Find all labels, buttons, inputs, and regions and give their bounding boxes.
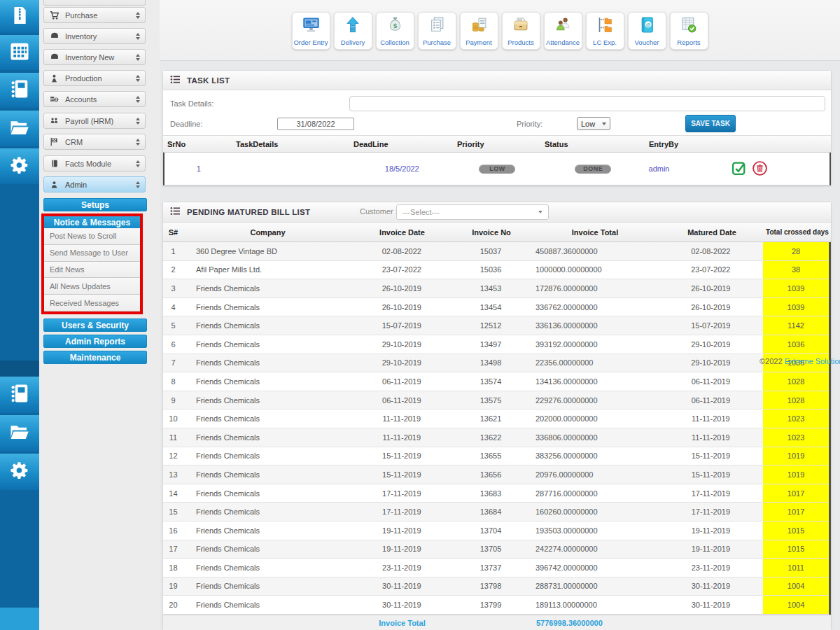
quick-access-toolbar: Order Entry Delivery $ Collection Purcha…: [160, 0, 840, 61]
notice-messages-header[interactable]: Notice & Messages: [44, 216, 140, 228]
people-icon: [49, 116, 59, 126]
cell-invoice-total: 134136.00000000: [530, 372, 659, 391]
nav-item-accounts[interactable]: $ Accounts: [43, 91, 146, 107]
menu-item-post-news-to-scroll[interactable]: Post News to Scroll: [44, 228, 140, 245]
menu-item-all-news-updates[interactable]: All News Updates: [44, 278, 140, 295]
rail-document-button[interactable]: [0, 0, 39, 33]
cell-crossed-days: 1028: [763, 372, 829, 391]
toolbar-button-label: Order Entry: [293, 38, 328, 46]
users-security-button[interactable]: Users & Security: [43, 318, 147, 332]
cell-invoice-date: 23-07-2022: [351, 261, 451, 279]
maintenance-button[interactable]: Maintenance: [43, 351, 147, 364]
column-header-taskdetails: TaskDetails: [232, 136, 349, 152]
bill-row: 7 Friends Chemicals 29-10-2019 13498 223…: [163, 354, 829, 373]
toolbar-button-label: Voucher: [635, 38, 659, 46]
menu-item-received-messages[interactable]: Received Messages: [44, 295, 140, 312]
deadline-input[interactable]: [277, 118, 354, 130]
cart-icon: [49, 10, 59, 20]
cell-sl: 16: [163, 522, 183, 540]
cell-crossed-days: 1023: [763, 428, 829, 447]
cell-invoice-total: 20976.00000000: [530, 465, 659, 484]
box-icon: [49, 52, 59, 62]
menu-item-label: Received Messages: [50, 299, 119, 307]
rail-gear-button-2[interactable]: [0, 454, 39, 490]
left-icon-rail: [0, 0, 39, 630]
rail-journal-button-2[interactable]: [0, 377, 39, 413]
setups-button[interactable]: Setups: [43, 198, 147, 211]
nav-item-payroll[interactable]: Payroll (HRM): [43, 113, 146, 129]
save-task-button[interactable]: SAVE TASK: [685, 115, 736, 132]
nav-item-crm[interactable]: CRM: [43, 134, 146, 150]
cell-matured-date: 17-11-2019: [659, 484, 764, 503]
cell-invoice-date: 11-11-2019: [351, 410, 451, 428]
cell-matured-date: 15-11-2019: [659, 465, 764, 484]
cell-invoice-total: 336762.00000000: [530, 298, 659, 316]
deadline-label: Deadline:: [170, 120, 202, 128]
cell-sl: 2: [163, 261, 183, 279]
cell-invoice-no: 13656: [451, 465, 530, 484]
rail-bottom-tile: [0, 608, 39, 630]
nav-item-facts-module[interactable]: Facts Module: [43, 155, 146, 172]
rail-calendar-button[interactable]: [0, 35, 39, 70]
nav-item-inventory-new[interactable]: Inventory New: [43, 49, 146, 65]
rail-gear-button[interactable]: [0, 148, 39, 184]
box-icon: [49, 31, 59, 41]
payment-button[interactable]: Payment: [460, 12, 498, 50]
nav-item-admin[interactable]: Admin: [43, 176, 146, 192]
menu-item-send-message-to-user[interactable]: Send Message to User: [44, 245, 140, 262]
document-icon: [10, 6, 29, 28]
task-actions: [716, 153, 830, 185]
lc-exp-button[interactable]: LC Exp.: [586, 12, 624, 50]
delivery-button[interactable]: Delivery: [334, 12, 372, 50]
cell-invoice-no: 15036: [451, 261, 530, 279]
attendance-button[interactable]: Attendance: [544, 12, 582, 50]
task-priority: LOW: [454, 153, 541, 185]
delete-trash-icon[interactable]: [752, 160, 768, 178]
cell-invoice-no: 13704: [451, 522, 530, 540]
cell-company: Friends Chemicals: [183, 410, 352, 428]
menu-item-edit-news[interactable]: Edit News: [44, 262, 140, 279]
expand-icon: [136, 75, 140, 82]
cell-matured-date: 11-11-2019: [659, 410, 764, 428]
priority-select[interactable]: Low: [577, 117, 610, 130]
complete-check-icon[interactable]: [732, 160, 748, 178]
folder-icon: [9, 117, 30, 141]
bill-row: 18 Friends Chemicals 23-11-2019 13737 39…: [163, 559, 829, 578]
reports-button[interactable]: Reports: [670, 12, 708, 50]
cell-invoice-date: 23-11-2019: [351, 559, 451, 577]
cell-crossed-days: 38: [763, 261, 829, 279]
person-icon: [49, 180, 59, 190]
cell-invoice-no: 13683: [451, 484, 530, 503]
cell-sl: 7: [163, 354, 183, 372]
purchase-button[interactable]: Purchase: [418, 12, 456, 50]
cell-invoice-total: 383256.00000000: [530, 447, 659, 465]
toolbar-button-label: Reports: [677, 38, 700, 46]
bill-row: 6 Friends Chemicals 29-10-2019 13497 393…: [163, 335, 829, 354]
cell-crossed-days: 1036: [763, 335, 829, 354]
cell-company: Friends Chemicals: [183, 354, 352, 372]
coins-icon: $: [49, 94, 59, 104]
voucher-button[interactable]: @ Voucher: [628, 12, 666, 50]
column-header-company: Company: [183, 223, 352, 241]
rail-journal-button[interactable]: [0, 73, 39, 108]
toolbar-button-label: Payment: [465, 38, 492, 46]
products-button[interactable]: Products: [502, 12, 540, 50]
task-details-input[interactable]: [349, 96, 825, 111]
nav-item-production[interactable]: Production: [43, 70, 146, 86]
bill-row: 4 Friends Chemicals 26-10-2019 13454 336…: [163, 298, 829, 317]
bill-row: 11 Friends Chemicals 11-11-2019 13622 33…: [163, 428, 829, 447]
watermark-brand: Extreme Solutions.: [785, 357, 840, 365]
order-entry-button[interactable]: Order Entry: [292, 12, 330, 50]
cell-sl: 4: [163, 298, 183, 316]
cell-invoice-total: 287716.00000000: [530, 484, 659, 503]
admin-reports-button[interactable]: Admin Reports: [43, 335, 147, 348]
nav-item-partial[interactable]: [43, 0, 146, 6]
collection-button[interactable]: $ Collection: [376, 12, 414, 50]
customer-select[interactable]: ---Select---: [396, 204, 549, 220]
expand-icon: [136, 12, 140, 19]
bill-table-scrollbar[interactable]: 1 360 Degree Vintage BD 02-08-2022 15037…: [163, 242, 831, 615]
nav-item-inventory[interactable]: Inventory: [43, 28, 146, 44]
rail-folder-button[interactable]: [0, 111, 39, 146]
rail-folder-button-2[interactable]: [0, 415, 39, 451]
nav-item-purchase[interactable]: Purchase: [43, 7, 146, 23]
